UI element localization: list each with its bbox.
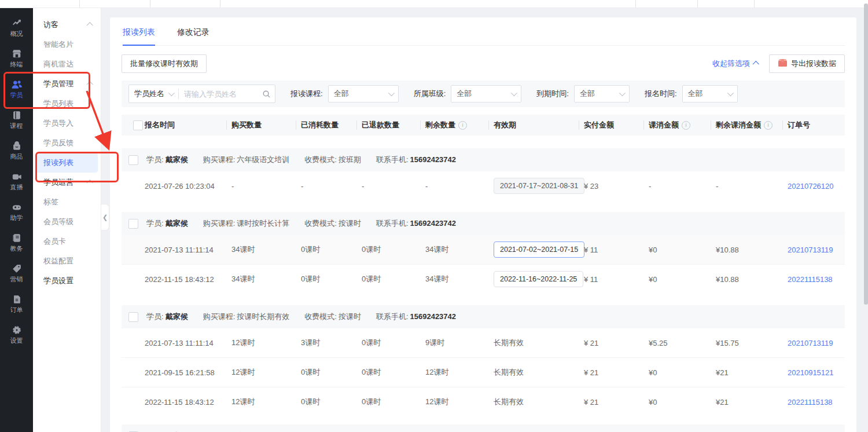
select-value: 全部: [580, 89, 595, 99]
sidebar-item-label: 助学: [10, 215, 23, 221]
cell-refunded: -: [357, 182, 421, 191]
order-number-link[interactable]: 20210726120: [788, 182, 834, 191]
col-bought-qty: 购买数量: [227, 115, 296, 136]
secondary-sidebar: 访客 智能名片 商机雷达 学员管理 学员列表 学员导入 学员反馈 报读列表 学员…: [33, 8, 101, 432]
submenu-section-student-mgmt[interactable]: 学员管理: [33, 74, 101, 94]
course-name: 课时按时长计算: [237, 219, 289, 228]
cell-remain-amount: ¥21: [711, 398, 783, 407]
sidebar-item-label: 概况: [10, 31, 23, 37]
col-remaining-qty: 剩余数量: [421, 115, 489, 136]
gear-icon: [12, 325, 22, 335]
submenu-item-label: 会员等级: [43, 217, 73, 227]
charge-mode: 按课时: [339, 219, 361, 228]
info-icon[interactable]: [458, 121, 467, 130]
section-title: 访客: [43, 20, 58, 30]
cell-paid: ¥ 21: [579, 398, 644, 407]
search-field-select[interactable]: 学员姓名: [129, 89, 178, 99]
sidebar-item-label: 教务: [10, 246, 23, 252]
filter-label: 所属班级:: [414, 89, 446, 99]
order-number-link[interactable]: 20221115138: [788, 275, 833, 284]
select-value: 全部: [688, 89, 703, 99]
sidebar-item-label: 营销: [10, 276, 23, 283]
sidebar-item-courses[interactable]: 课程: [0, 104, 33, 135]
enrollment-group: 学员:戴家候 购买课程:课时按时长计算 收费模式:按课时 联系手机:156924…: [122, 212, 845, 294]
sidebar-item-students[interactable]: 学员: [0, 74, 33, 104]
sidebar-item-study-aid[interactable]: 助学: [0, 196, 33, 227]
phone-number: 15692423742: [410, 219, 457, 228]
content-card: 报读列表 修改记录 批量修改课时有效期 收起筛选项 导出报读数据 学员姓名: [110, 17, 856, 432]
group-checkbox[interactable]: [128, 312, 138, 322]
sidebar-item-academic[interactable]: 教务: [0, 227, 33, 258]
cell-enroll-time: 2022-11-15 18:43:12: [140, 398, 227, 407]
group-checkbox[interactable]: [128, 219, 138, 229]
scrollbar[interactable]: [864, 3, 868, 305]
section-title: 学员管理: [43, 79, 73, 89]
submenu-section-visitors[interactable]: 访客: [33, 15, 101, 35]
gamepad-icon: [12, 202, 22, 213]
sidebar-item-overview[interactable]: 概况: [0, 12, 33, 43]
table-row: 2022-11-15 18:43:12 34课时 0课时 0课时 34课时 20…: [122, 264, 845, 294]
class-select[interactable]: 全部: [451, 85, 521, 102]
group-header: 学员:戴家候 购买课程:六年级语文培训 收费模式:按班期 联系手机:156924…: [122, 424, 845, 432]
submenu-item-rights-config[interactable]: 权益配置: [36, 251, 98, 271]
course-select[interactable]: 全部: [328, 85, 399, 102]
sidebar-item-products[interactable]: 商品: [0, 135, 33, 166]
submenu-item-label: 学员导入: [43, 118, 73, 129]
cell-validity: 长期有效: [489, 338, 579, 348]
search-icon[interactable]: [258, 90, 275, 98]
sidebar-item-live[interactable]: 直播: [0, 166, 33, 196]
submenu-item-label: 学员反馈: [43, 138, 73, 148]
enroll-time-select[interactable]: 全部: [682, 85, 738, 102]
submenu-section-student-settings[interactable]: 学员设置: [33, 271, 101, 291]
sidebar-collapse-handle[interactable]: ❮: [101, 204, 109, 230]
submenu-item-member-level[interactable]: 会员等级: [36, 212, 98, 232]
cell-paid: ¥ 11: [579, 275, 644, 284]
main-area: 报读列表 修改记录 批量修改课时有效期 收起筛选项 导出报读数据 学员姓名: [101, 8, 868, 432]
cell-consume-amount: ¥0: [644, 368, 711, 377]
validity-range-picker[interactable]: 2022-11-16~2022-11-25: [494, 271, 583, 287]
submenu-item-student-import[interactable]: 学员导入: [36, 114, 98, 133]
expire-time-select[interactable]: 全部: [574, 85, 630, 102]
cell-paid: ¥ 21: [579, 339, 644, 347]
submenu-item-member-card[interactable]: 会员卡: [36, 232, 98, 251]
cell-remaining: 12课时: [421, 367, 489, 378]
sidebar-item-label: 终端: [10, 61, 23, 68]
sidebar-item-marketing[interactable]: 营销: [0, 258, 33, 288]
tab-change-records[interactable]: 修改记录: [177, 27, 209, 45]
sidebar-item-terminal[interactable]: 终端: [0, 43, 33, 74]
chart-icon: [12, 18, 22, 28]
table-row: 2022-11-15 18:43:12 12课时 0课时 0课时 12课时 长期…: [122, 387, 845, 416]
submenu-item-tags[interactable]: 标签: [36, 192, 98, 212]
order-number-link[interactable]: 20221115138: [788, 398, 833, 407]
sidebar-item-settings[interactable]: 设置: [0, 319, 33, 350]
collapse-filters-link[interactable]: 收起筛选项: [712, 58, 759, 69]
student-name: 戴家候: [165, 219, 188, 228]
submenu-item-label: 权益配置: [43, 256, 73, 266]
order-number-link[interactable]: 20210713119: [788, 339, 833, 347]
info-icon[interactable]: [682, 121, 690, 130]
col-consumed-qty: 已消耗数量: [296, 115, 357, 136]
cell-consume-amount: ¥0: [644, 246, 711, 254]
submenu-item-smart-card[interactable]: 智能名片: [36, 35, 98, 54]
cell-remaining: 34课时: [421, 244, 489, 255]
order-number-link[interactable]: 20210915121: [788, 368, 834, 377]
export-enrollment-button[interactable]: 导出报读数据: [769, 54, 845, 73]
submenu-item-enrollment-list[interactable]: 报读列表: [36, 153, 98, 173]
submenu-item-student-list[interactable]: 学员列表: [36, 94, 98, 114]
submenu-item-student-feedback[interactable]: 学员反馈: [36, 133, 98, 153]
info-icon[interactable]: [764, 121, 773, 130]
batch-edit-validity-button[interactable]: 批量修改课时有效期: [122, 54, 207, 73]
submenu-section-student-ops[interactable]: 学员运营: [33, 173, 101, 192]
cell-consumed: 0课时: [296, 367, 357, 378]
enrollment-group: 学员:戴家候 购买课程:六年级语文培训 收费模式:按班期 联系手机:156924…: [122, 148, 845, 200]
sidebar-item-orders[interactable]: 订单: [0, 288, 33, 319]
tab-enrollment-list[interactable]: 报读列表: [123, 27, 155, 45]
col-refunded-qty: 已退款数量: [357, 115, 421, 136]
group-checkbox[interactable]: [128, 155, 138, 165]
student-name-input[interactable]: [179, 90, 258, 98]
submenu-item-biz-radar[interactable]: 商机雷达: [36, 54, 98, 74]
cell-refunded: 0课时: [357, 244, 421, 255]
cell-remain-amount: -: [711, 182, 783, 191]
validity-range-picker[interactable]: 2021-07-02~2021-07-15: [494, 241, 584, 258]
order-number-link[interactable]: 20210713119: [788, 246, 833, 254]
